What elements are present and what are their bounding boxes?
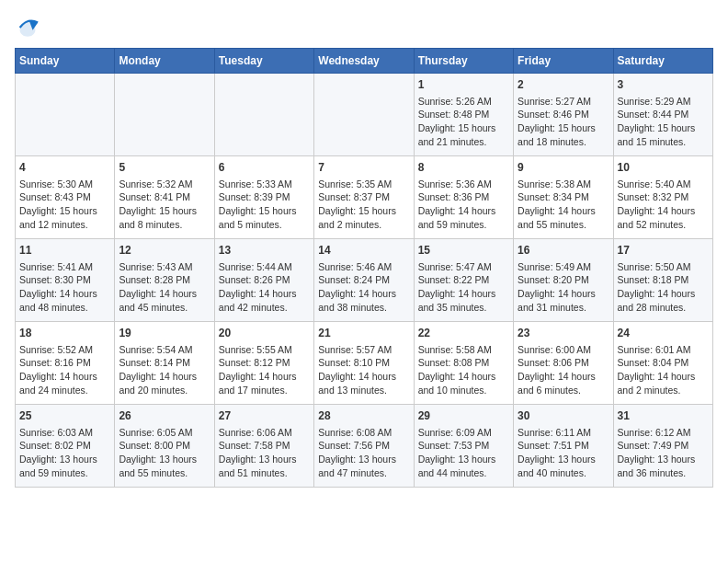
day-number: 7 (318, 160, 409, 176)
day-number: 1 (418, 77, 509, 93)
calendar-cell: 3Sunrise: 5:29 AM Sunset: 8:44 PM Daylig… (613, 74, 712, 156)
day-content: Sunrise: 6:08 AM Sunset: 7:56 PM Dayligh… (318, 426, 409, 480)
calendar-cell: 18Sunrise: 5:52 AM Sunset: 8:16 PM Dayli… (16, 322, 115, 405)
calendar-cell: 9Sunrise: 5:38 AM Sunset: 8:34 PM Daylig… (514, 156, 613, 239)
calendar-cell: 5Sunrise: 5:32 AM Sunset: 8:41 PM Daylig… (115, 156, 214, 239)
day-number: 12 (119, 243, 210, 259)
day-number: 30 (518, 408, 609, 424)
header-tuesday: Tuesday (214, 49, 313, 74)
calendar-cell: 19Sunrise: 5:54 AM Sunset: 8:14 PM Dayli… (115, 322, 214, 405)
calendar-cell: 30Sunrise: 6:11 AM Sunset: 7:51 PM Dayli… (514, 405, 613, 488)
day-content: Sunrise: 5:47 AM Sunset: 8:22 PM Dayligh… (418, 260, 509, 315)
day-content: Sunrise: 5:27 AM Sunset: 8:46 PM Dayligh… (518, 95, 609, 149)
calendar-cell: 4Sunrise: 5:30 AM Sunset: 8:43 PM Daylig… (16, 156, 115, 239)
week-row-4: 18Sunrise: 5:52 AM Sunset: 8:16 PM Dayli… (16, 322, 713, 405)
calendar-cell: 25Sunrise: 6:03 AM Sunset: 8:02 PM Dayli… (16, 405, 115, 488)
calendar-cell: 21Sunrise: 5:57 AM Sunset: 8:10 PM Dayli… (314, 322, 414, 405)
day-content: Sunrise: 6:11 AM Sunset: 7:51 PM Dayligh… (518, 426, 609, 480)
day-number: 31 (618, 408, 709, 424)
day-number: 26 (119, 408, 210, 424)
header-row: SundayMondayTuesdayWednesdayThursdayFrid… (16, 49, 713, 74)
day-content: Sunrise: 6:03 AM Sunset: 8:02 PM Dayligh… (19, 426, 110, 480)
day-content: Sunrise: 5:26 AM Sunset: 8:48 PM Dayligh… (418, 95, 509, 149)
calendar-cell (16, 74, 115, 156)
day-content: Sunrise: 5:32 AM Sunset: 8:41 PM Dayligh… (119, 178, 210, 232)
day-number: 22 (418, 326, 509, 341)
day-content: Sunrise: 5:41 AM Sunset: 8:30 PM Dayligh… (19, 260, 110, 315)
logo (15, 15, 44, 40)
calendar-cell: 15Sunrise: 5:47 AM Sunset: 8:22 PM Dayli… (414, 239, 513, 322)
calendar-cell (214, 74, 313, 156)
calendar-cell: 28Sunrise: 6:08 AM Sunset: 7:56 PM Dayli… (314, 405, 414, 488)
calendar-cell: 8Sunrise: 5:36 AM Sunset: 8:36 PM Daylig… (414, 156, 513, 239)
calendar-cell: 12Sunrise: 5:43 AM Sunset: 8:28 PM Dayli… (115, 239, 214, 322)
day-number: 28 (318, 408, 409, 424)
day-content: Sunrise: 6:09 AM Sunset: 7:53 PM Dayligh… (418, 426, 509, 480)
calendar-cell: 27Sunrise: 6:06 AM Sunset: 7:58 PM Dayli… (214, 405, 313, 488)
day-content: Sunrise: 5:38 AM Sunset: 8:34 PM Dayligh… (518, 178, 609, 232)
day-number: 29 (418, 408, 509, 424)
day-number: 21 (318, 326, 409, 341)
calendar-table: SundayMondayTuesdayWednesdayThursdayFrid… (15, 48, 713, 488)
day-content: Sunrise: 5:40 AM Sunset: 8:32 PM Dayligh… (618, 178, 709, 232)
calendar-cell: 13Sunrise: 5:44 AM Sunset: 8:26 PM Dayli… (214, 239, 313, 322)
day-number: 16 (518, 243, 609, 259)
day-number: 18 (19, 326, 110, 341)
day-content: Sunrise: 6:00 AM Sunset: 8:06 PM Dayligh… (518, 343, 609, 397)
day-content: Sunrise: 5:35 AM Sunset: 8:37 PM Dayligh… (318, 178, 409, 232)
calendar-cell: 1Sunrise: 5:26 AM Sunset: 8:48 PM Daylig… (414, 74, 513, 156)
day-content: Sunrise: 5:46 AM Sunset: 8:24 PM Dayligh… (318, 260, 409, 315)
day-number: 24 (618, 326, 709, 341)
calendar-cell: 26Sunrise: 6:05 AM Sunset: 8:00 PM Dayli… (115, 405, 214, 488)
day-number: 4 (19, 160, 110, 176)
calendar-cell: 17Sunrise: 5:50 AM Sunset: 8:18 PM Dayli… (613, 239, 712, 322)
calendar-cell: 22Sunrise: 5:58 AM Sunset: 8:08 PM Dayli… (414, 322, 513, 405)
day-content: Sunrise: 5:49 AM Sunset: 8:20 PM Dayligh… (518, 260, 609, 315)
day-number: 27 (219, 408, 310, 424)
day-content: Sunrise: 5:29 AM Sunset: 8:44 PM Dayligh… (618, 95, 709, 149)
header-friday: Friday (514, 49, 613, 74)
calendar-cell: 23Sunrise: 6:00 AM Sunset: 8:06 PM Dayli… (514, 322, 613, 405)
day-number: 13 (219, 243, 310, 259)
calendar-cell: 20Sunrise: 5:55 AM Sunset: 8:12 PM Dayli… (214, 322, 313, 405)
calendar-cell (115, 74, 214, 156)
day-content: Sunrise: 5:36 AM Sunset: 8:36 PM Dayligh… (418, 178, 509, 232)
day-number: 14 (318, 243, 409, 259)
day-content: Sunrise: 5:43 AM Sunset: 8:28 PM Dayligh… (119, 260, 210, 315)
day-number: 8 (418, 160, 509, 176)
day-number: 19 (119, 326, 210, 341)
page-header (15, 15, 713, 40)
header-thursday: Thursday (414, 49, 513, 74)
week-row-1: 1Sunrise: 5:26 AM Sunset: 8:48 PM Daylig… (16, 74, 713, 156)
calendar-cell (314, 74, 414, 156)
calendar-cell: 31Sunrise: 6:12 AM Sunset: 7:49 PM Dayli… (613, 405, 712, 488)
calendar-header: SundayMondayTuesdayWednesdayThursdayFrid… (16, 49, 713, 74)
calendar-cell: 14Sunrise: 5:46 AM Sunset: 8:24 PM Dayli… (314, 239, 414, 322)
day-content: Sunrise: 5:30 AM Sunset: 8:43 PM Dayligh… (19, 178, 110, 232)
week-row-2: 4Sunrise: 5:30 AM Sunset: 8:43 PM Daylig… (16, 156, 713, 239)
header-sunday: Sunday (16, 49, 115, 74)
logo-icon (15, 15, 40, 40)
day-content: Sunrise: 5:52 AM Sunset: 8:16 PM Dayligh… (19, 343, 110, 397)
day-number: 11 (19, 243, 110, 259)
calendar-cell: 2Sunrise: 5:27 AM Sunset: 8:46 PM Daylig… (514, 74, 613, 156)
header-saturday: Saturday (613, 49, 712, 74)
day-content: Sunrise: 5:57 AM Sunset: 8:10 PM Dayligh… (318, 343, 409, 397)
day-content: Sunrise: 5:50 AM Sunset: 8:18 PM Dayligh… (618, 260, 709, 315)
day-content: Sunrise: 5:55 AM Sunset: 8:12 PM Dayligh… (219, 343, 310, 397)
day-number: 2 (518, 77, 609, 93)
calendar-cell: 16Sunrise: 5:49 AM Sunset: 8:20 PM Dayli… (514, 239, 613, 322)
calendar-cell: 7Sunrise: 5:35 AM Sunset: 8:37 PM Daylig… (314, 156, 414, 239)
day-number: 15 (418, 243, 509, 259)
day-number: 10 (618, 160, 709, 176)
week-row-5: 25Sunrise: 6:03 AM Sunset: 8:02 PM Dayli… (16, 405, 713, 488)
calendar-cell: 29Sunrise: 6:09 AM Sunset: 7:53 PM Dayli… (414, 405, 513, 488)
calendar-cell: 11Sunrise: 5:41 AM Sunset: 8:30 PM Dayli… (16, 239, 115, 322)
day-number: 9 (518, 160, 609, 176)
calendar-cell: 24Sunrise: 6:01 AM Sunset: 8:04 PM Dayli… (613, 322, 712, 405)
day-content: Sunrise: 6:12 AM Sunset: 7:49 PM Dayligh… (618, 426, 709, 480)
calendar-cell: 10Sunrise: 5:40 AM Sunset: 8:32 PM Dayli… (613, 156, 712, 239)
calendar-cell: 6Sunrise: 5:33 AM Sunset: 8:39 PM Daylig… (214, 156, 313, 239)
day-content: Sunrise: 6:05 AM Sunset: 8:00 PM Dayligh… (119, 426, 210, 480)
header-wednesday: Wednesday (314, 49, 414, 74)
